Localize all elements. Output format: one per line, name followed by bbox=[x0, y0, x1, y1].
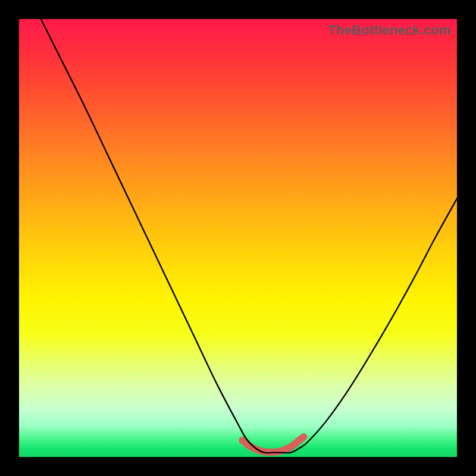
bottleneck-curve bbox=[41, 19, 457, 453]
chart-frame: TheBottleneck.com bbox=[0, 0, 476, 476]
chart-svg bbox=[19, 19, 457, 457]
plot-area: TheBottleneck.com bbox=[19, 19, 457, 457]
